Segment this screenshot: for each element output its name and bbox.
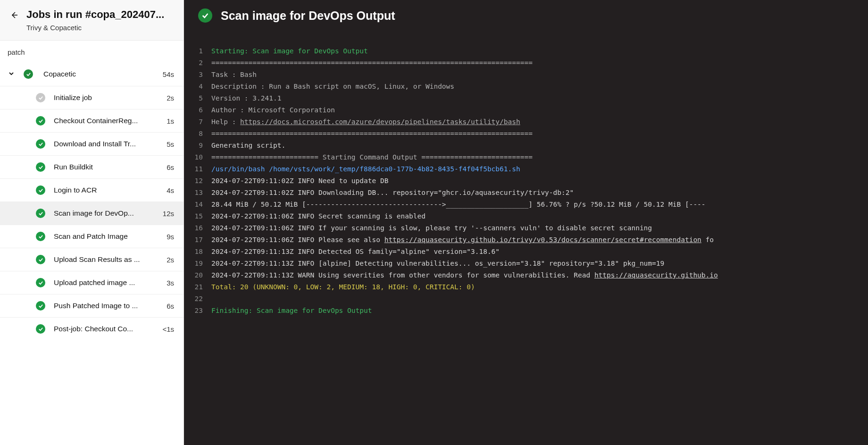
status-success-icon: [36, 116, 45, 126]
log-line: 1428.44 MiB / 50.12 MiB [---------------…: [184, 199, 868, 210]
log-line: 1Starting: Scan image for DevOps Output: [184, 45, 868, 57]
task-row[interactable]: Login to ACR4s: [0, 178, 184, 202]
line-number: 15: [184, 210, 211, 222]
pipeline-name[interactable]: Trivy & Copacetic: [26, 24, 164, 32]
back-arrow-icon[interactable]: [10, 11, 18, 21]
task-duration: <1s: [162, 325, 174, 333]
log-line: 5Version : 3.241.1: [184, 92, 868, 104]
task-row[interactable]: Scan image for DevOp...12s: [0, 202, 184, 225]
chevron-down-icon: [8, 70, 15, 78]
status-success-icon: [36, 301, 45, 311]
task-name: Post-job: Checkout Co...: [54, 325, 159, 333]
log-line: 11/usr/bin/bash /home/vsts/work/_temp/f8…: [184, 163, 868, 175]
status-success-icon: [36, 232, 45, 241]
status-success-icon: [24, 69, 33, 79]
task-duration: 2s: [167, 256, 174, 264]
task-duration: 1s: [167, 117, 174, 125]
line-number: 20: [184, 269, 211, 281]
task-name: Scan image for DevOp...: [54, 209, 160, 218]
job-row[interactable]: Copacetic 54s: [0, 63, 184, 86]
status-success-icon: [36, 139, 45, 149]
line-number: 18: [184, 246, 211, 258]
task-duration: 4s: [167, 186, 174, 194]
line-number: 11: [184, 163, 211, 175]
task-duration: 2s: [167, 94, 174, 102]
task-name: Scan and Patch Image: [54, 232, 164, 241]
log-header: Scan image for DevOps Output: [184, 0, 868, 31]
line-number: 4: [184, 81, 211, 92]
log-line: 21Total: 20 (UNKNOWN: 0, LOW: 2, MEDIUM:…: [184, 281, 868, 293]
log-line: 9Generating script.: [184, 140, 868, 151]
line-number: 7: [184, 116, 211, 128]
task-duration: 6s: [167, 302, 174, 310]
status-success-icon: [36, 185, 45, 195]
task-name: Initialize job: [54, 93, 164, 102]
line-number: 17: [184, 234, 211, 246]
log-line: 182024-07-22T09:11:13Z INFO Detected OS …: [184, 246, 868, 258]
line-number: 5: [184, 92, 211, 104]
log-line: 2=======================================…: [184, 57, 868, 69]
job-duration: 54s: [163, 70, 174, 78]
task-row[interactable]: Run Buildkit6s: [0, 155, 184, 178]
log-line: 202024-07-22T09:11:13Z WARN Using severi…: [184, 269, 868, 281]
stage-name: patch: [0, 41, 184, 63]
log-line: 3Task : Bash: [184, 69, 868, 81]
log-line: 162024-07-22T09:11:06Z INFO If your scan…: [184, 222, 868, 234]
task-name: Login to ACR: [54, 186, 164, 194]
page-title: Jobs in run #copa_202407...: [26, 8, 164, 21]
task-name: Download and Install Tr...: [54, 140, 164, 148]
log-line: 192024-07-22T09:11:13Z INFO [alpine] Det…: [184, 258, 868, 269]
task-row[interactable]: Upload patched image ...3s: [0, 271, 184, 294]
task-name: Checkout ContainerReg...: [54, 117, 164, 125]
line-number: 6: [184, 104, 211, 116]
line-number: 8: [184, 128, 211, 140]
line-number: 13: [184, 187, 211, 199]
status-success-icon: [36, 278, 45, 287]
line-number: 10: [184, 151, 211, 163]
log-line: 172024-07-22T09:11:06Z INFO Please see a…: [184, 234, 868, 246]
task-row[interactable]: Download and Install Tr...5s: [0, 132, 184, 155]
task-row[interactable]: Upload Scan Results as ...2s: [0, 248, 184, 271]
task-name: Upload patched image ...: [54, 278, 164, 287]
status-success-icon: [36, 209, 45, 218]
log-panel: Scan image for DevOps Output 1Starting: …: [184, 0, 868, 445]
line-number: 12: [184, 175, 211, 187]
log-line: 152024-07-22T09:11:06Z INFO Secret scann…: [184, 210, 868, 222]
log-line: 8=======================================…: [184, 128, 868, 140]
log-line: 7Help : https://docs.microsoft.com/azure…: [184, 116, 868, 128]
status-success-icon: [36, 255, 45, 264]
line-number: 1: [184, 45, 211, 57]
sidebar-header: Jobs in run #copa_202407... Trivy & Copa…: [0, 0, 184, 41]
task-row[interactable]: Initialize job2s: [0, 86, 184, 109]
task-row[interactable]: Scan and Patch Image9s: [0, 225, 184, 248]
task-name: Push Patched Image to ...: [54, 302, 164, 310]
log-line: 122024-07-22T09:11:02Z INFO Need to upda…: [184, 175, 868, 187]
line-number: 2: [184, 57, 211, 69]
task-name: Run Buildkit: [54, 163, 164, 171]
line-number: 22: [184, 293, 211, 305]
task-row[interactable]: Checkout ContainerReg...1s: [0, 109, 184, 132]
line-number: 23: [184, 305, 211, 317]
log-line: 23Finishing: Scan image for DevOps Outpu…: [184, 305, 868, 317]
log-line: 22: [184, 293, 868, 305]
line-number: 21: [184, 281, 211, 293]
task-duration: 9s: [167, 233, 174, 241]
task-duration: 5s: [167, 140, 174, 148]
jobs-sidebar: Jobs in run #copa_202407... Trivy & Copa…: [0, 0, 184, 445]
task-list: Initialize job2sCheckout ContainerReg...…: [0, 86, 184, 445]
job-name: Copacetic: [43, 70, 160, 78]
task-duration: 12s: [163, 210, 174, 218]
task-name: Upload Scan Results as ...: [54, 255, 164, 264]
task-duration: 6s: [167, 163, 174, 171]
log-line: 10========================== Starting Co…: [184, 151, 868, 163]
status-success-icon: [36, 324, 45, 334]
log-line: 132024-07-22T09:11:02Z INFO Downloading …: [184, 187, 868, 199]
line-number: 9: [184, 140, 211, 151]
log-title: Scan image for DevOps Output: [221, 9, 395, 23]
status-success-icon: [36, 162, 45, 172]
log-line: 4Description : Run a Bash script on macO…: [184, 81, 868, 92]
task-row[interactable]: Push Patched Image to ...6s: [0, 294, 184, 317]
log-output[interactable]: 1Starting: Scan image for DevOps Output2…: [184, 31, 868, 445]
line-number: 16: [184, 222, 211, 234]
task-row[interactable]: Post-job: Checkout Co...<1s: [0, 317, 184, 340]
